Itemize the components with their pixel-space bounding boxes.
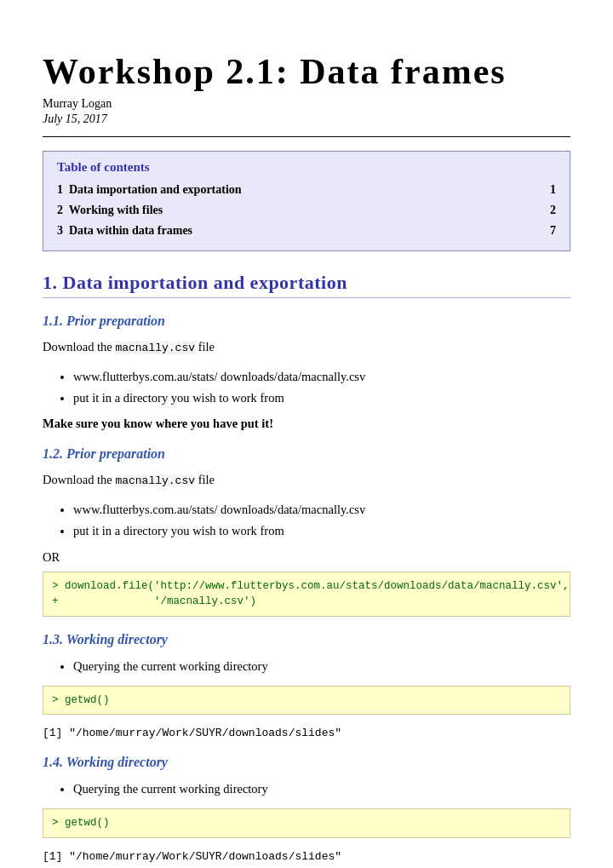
bullet-1-1-2: put it in a directory you wish to work f…	[73, 388, 570, 409]
code-block-download: > download.file('http://www.flutterbys.c…	[43, 572, 570, 618]
bullet-1-1-1: www.flutterbys.com.au/stats/ downloads/d…	[73, 366, 570, 388]
section-1-1-heading: 1.1. Prior preparation	[43, 313, 570, 329]
toc-item-1[interactable]: 1 Data importation and exportation 1	[57, 180, 556, 200]
section-1-2-body: Download the macnally.csv file	[43, 470, 570, 491]
section-1-2-heading: 1.2. Prior preparation	[43, 446, 570, 462]
or-label: OR	[43, 550, 570, 565]
section-1-2-bullets: www.flutterbys.com.au/stats/ downloads/d…	[73, 499, 570, 541]
toc-box: Table of contents 1 Data importation and…	[43, 151, 570, 251]
toc-item-2[interactable]: 2 Working with files 2	[57, 200, 556, 221]
section-1-heading: 1. Data importation and exportation	[43, 272, 570, 298]
bullet-1-3-1: Querying the current working directory	[73, 656, 570, 677]
bullet-1-2-2: put it in a directory you wish to work f…	[73, 520, 570, 542]
toc-item-1-page: 1	[550, 180, 556, 200]
toc-item-2-page: 2	[550, 200, 556, 221]
toc-item-3-page: 7	[550, 221, 556, 241]
code-block-getwd-1: > getwd()	[43, 686, 570, 716]
output-getwd-1: [1] "/home/murray/Work/SUYR/downloads/sl…	[43, 727, 570, 739]
author: Murray Logan	[43, 97, 570, 111]
section-1-3-bullets: Querying the current working directory	[73, 656, 570, 677]
bullet-1-4-1: Querying the current working directory	[73, 779, 570, 800]
section-1-1-body: Download the macnally.csv file	[43, 337, 570, 358]
section-1-1-bold: Make sure you know where you have put it…	[43, 417, 570, 431]
macnally-code-2: macnally.csv	[115, 474, 195, 487]
output-getwd-2: [1] "/home/murray/Work/SUYR/downloads/sl…	[43, 850, 570, 863]
toc-item-1-label: 1 Data importation and exportation	[57, 180, 242, 200]
section-1-3-heading: 1.3. Working directory	[43, 632, 570, 647]
date: July 15, 2017	[43, 112, 570, 126]
toc-item-3[interactable]: 3 Data within data frames 7	[57, 221, 556, 241]
title-rule	[43, 136, 570, 137]
toc-item-2-label: 2 Working with files	[57, 200, 163, 221]
section-1: 1. Data importation and exportation 1.1.…	[43, 272, 570, 862]
bullet-1-2-1: www.flutterbys.com.au/stats/ downloads/d…	[73, 499, 570, 520]
section-1-1-bullets: www.flutterbys.com.au/stats/ downloads/d…	[73, 366, 570, 408]
section-1-4-bullets: Querying the current working directory	[73, 779, 570, 800]
section-1-4-heading: 1.4. Working directory	[43, 755, 570, 770]
macnally-code-1: macnally.csv	[115, 342, 195, 354]
page-title: Workshop 2.1: Data frames	[43, 51, 570, 92]
code-block-getwd-2: > getwd()	[43, 808, 570, 838]
toc-item-3-label: 3 Data within data frames	[57, 221, 192, 241]
toc-title: Table of contents	[57, 160, 556, 175]
